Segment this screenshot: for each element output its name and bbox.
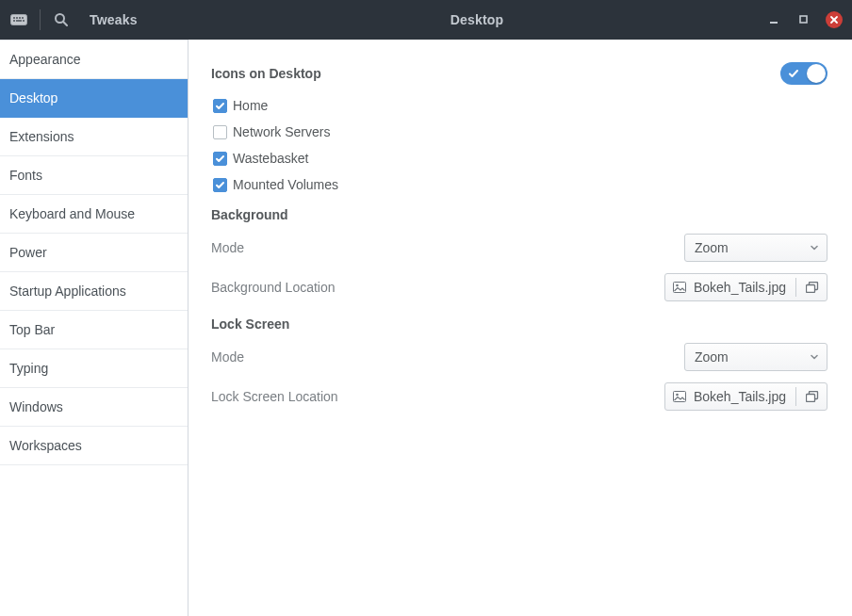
lock-screen-location-button[interactable]: Bokeh_Tails.jpg [664, 382, 827, 411]
close-button[interactable] [826, 11, 843, 28]
desktop-icons-options: Home Network Servers Wastebasket Mounted… [213, 92, 827, 198]
background-mode-label: Mode [211, 240, 244, 255]
sidebar: Appearance Desktop Extensions Fonts Keyb… [0, 40, 188, 616]
svg-rect-1 [13, 17, 15, 19]
option-mounted-volumes: Mounted Volumes [213, 171, 827, 198]
sidebar-item-startup-applications[interactable]: Startup Applications [0, 272, 188, 311]
headerbar-main: Desktop [188, 12, 765, 27]
background-location-button[interactable]: Bokeh_Tails.jpg [664, 273, 827, 301]
svg-rect-3 [19, 17, 21, 19]
sidebar-item-appearance[interactable]: Appearance [0, 40, 188, 79]
icons-on-desktop-heading: Icons on Desktop [211, 66, 321, 81]
svg-point-15 [676, 284, 679, 287]
option-home: Home [213, 92, 827, 119]
svg-rect-10 [770, 22, 778, 24]
separator [795, 278, 796, 297]
sidebar-item-keyboard-mouse[interactable]: Keyboard and Mouse [0, 195, 188, 234]
lock-screen-location-value: Bokeh_Tails.jpg [694, 389, 786, 404]
network-servers-label: Network Servers [233, 124, 330, 139]
svg-rect-5 [13, 20, 15, 22]
minimize-button[interactable] [765, 11, 782, 28]
settings-pane: Icons on Desktop Home Network Servers [188, 40, 852, 616]
sidebar-item-windows[interactable]: Windows [0, 388, 188, 427]
wastebasket-checkbox[interactable] [213, 152, 227, 166]
svg-rect-2 [16, 17, 18, 19]
keyboard-icon[interactable] [0, 0, 38, 40]
lock-screen-mode-value: Zoom [695, 349, 729, 365]
file-browse-icon [806, 391, 819, 402]
background-mode-row: Mode Zoom [211, 228, 827, 267]
sidebar-item-top-bar[interactable]: Top Bar [0, 311, 188, 349]
background-heading: Background [211, 207, 827, 222]
wastebasket-label: Wastebasket [233, 151, 308, 166]
home-label: Home [233, 98, 268, 113]
home-checkbox[interactable] [213, 99, 227, 113]
background-location-value: Bokeh_Tails.jpg [694, 280, 786, 295]
background-mode-value: Zoom [695, 240, 729, 255]
window-controls [765, 11, 843, 28]
sidebar-item-workspaces[interactable]: Workspaces [0, 427, 188, 465]
sidebar-item-power[interactable]: Power [0, 234, 188, 272]
icons-on-desktop-switch[interactable] [780, 62, 827, 85]
headerbar: Tweaks Desktop [0, 0, 852, 40]
lock-screen-location-label: Lock Screen Location [211, 389, 338, 404]
svg-rect-21 [807, 395, 815, 402]
option-wastebasket: Wastebasket [213, 145, 827, 171]
switch-knob [807, 64, 826, 83]
svg-rect-6 [16, 20, 22, 22]
lock-screen-heading: Lock Screen [211, 316, 827, 332]
svg-line-9 [63, 22, 67, 25]
icons-on-desktop-row: Icons on Desktop [211, 62, 827, 85]
chevron-down-icon [810, 352, 819, 362]
mounted-volumes-label: Mounted Volumes [233, 177, 338, 192]
maximize-button[interactable] [795, 11, 812, 28]
headerbar-divider [40, 9, 41, 30]
background-mode-combo[interactable]: Zoom [684, 234, 827, 262]
option-network-servers: Network Servers [213, 119, 827, 145]
network-servers-checkbox[interactable] [213, 125, 227, 139]
sidebar-item-fonts[interactable]: Fonts [0, 156, 188, 195]
headerbar-left: Tweaks [0, 0, 188, 40]
search-icon[interactable] [42, 0, 80, 40]
mounted-volumes-checkbox[interactable] [213, 178, 227, 192]
background-location-row: Background Location Bokeh_Tails.jpg [211, 267, 827, 307]
svg-rect-7 [23, 20, 25, 22]
lock-screen-mode-row: Mode Zoom [211, 337, 827, 377]
svg-rect-4 [22, 17, 24, 19]
background-location-label: Background Location [211, 280, 336, 295]
lock-screen-mode-combo[interactable]: Zoom [684, 343, 827, 371]
app-title: Tweaks [90, 12, 138, 27]
separator [795, 387, 796, 406]
file-browse-icon [806, 282, 819, 293]
svg-point-19 [676, 394, 679, 397]
sidebar-item-desktop[interactable]: Desktop [0, 79, 188, 118]
svg-rect-11 [800, 16, 807, 23]
image-icon [673, 391, 686, 402]
svg-rect-17 [807, 285, 815, 293]
image-icon [673, 282, 686, 293]
sidebar-item-typing[interactable]: Typing [0, 349, 188, 388]
content: Appearance Desktop Extensions Fonts Keyb… [0, 40, 852, 616]
check-icon [788, 68, 799, 79]
lock-screen-location-row: Lock Screen Location Bokeh_Tails.jpg [211, 377, 827, 416]
chevron-down-icon [810, 243, 819, 252]
page-title: Desktop [451, 12, 504, 27]
lock-screen-mode-label: Mode [211, 349, 244, 365]
sidebar-item-extensions[interactable]: Extensions [0, 118, 188, 156]
